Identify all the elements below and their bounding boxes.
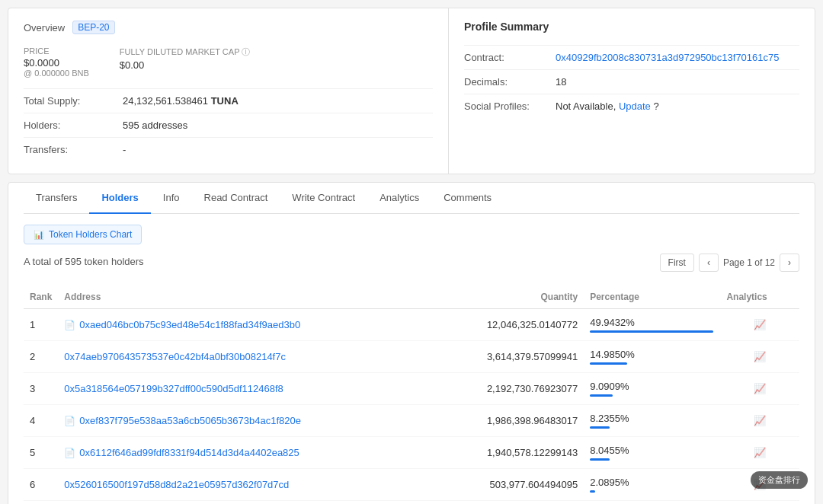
analytics-icon[interactable]: 📈 <box>754 383 766 394</box>
analytics-icon[interactable]: 📈 <box>754 415 766 426</box>
percentage-header: Percentage <box>584 285 720 309</box>
tab-analytics[interactable]: Analytics <box>367 183 431 214</box>
analytics-header: Analytics <box>720 285 799 309</box>
decimals-label: Decimals: <box>464 76 556 88</box>
page-info: Page 1 of 12 <box>723 257 775 268</box>
address-header: Address <box>58 285 430 309</box>
percentage-bar <box>590 490 595 493</box>
tab-transfers[interactable]: Transfers <box>24 183 89 214</box>
address-cell: 0x5a318564e057199b327dff00c590d5df112468… <box>58 373 430 405</box>
profile-summary-title: Profile Summary <box>464 21 799 33</box>
market-cap-question-icon[interactable]: ⓘ <box>242 47 250 56</box>
transfers-value: - <box>123 144 126 155</box>
transfers-label: Transfers: <box>24 144 123 155</box>
address-link[interactable]: 📄 0x6112f646ad99fdf8331f94d514d3d4a4402e… <box>64 447 424 458</box>
address-link[interactable]: 0x74aeb970643573537e0c42bf4a0bf30b08214f… <box>64 351 424 362</box>
percentage-cell: 14.9850% <box>584 341 720 373</box>
percentage-text: 49.9432% <box>590 317 714 328</box>
analytics-cell[interactable]: 📈 <box>720 437 799 469</box>
table-row: 4 📄 0xef837f795e538aa53a6cb5065b3673b4ac… <box>24 405 799 437</box>
social-profiles-value: Not Available, Update ? <box>556 100 659 112</box>
holders-value: 595 addresses <box>123 120 187 131</box>
chart-icon: 📊 <box>34 230 44 240</box>
tab-comments[interactable]: Comments <box>431 183 504 214</box>
percentage-bar <box>590 394 612 397</box>
analytics-cell[interactable]: 📈 <box>720 405 799 437</box>
content-area: 📊 Token Holders Chart A total of 595 tok… <box>24 214 799 504</box>
percentage-cell: 2.0895% <box>584 469 720 501</box>
percentage-bar <box>590 330 713 333</box>
first-page-button[interactable]: First <box>660 254 694 272</box>
percentage-cell: 9.0909% <box>584 373 720 405</box>
address-cell: 0x526016500f197d58d8d2a21e05957d362f07d7… <box>58 469 430 501</box>
tabs-section: Transfers Holders Info Read Contract Wri… <box>8 182 815 504</box>
total-supply-row: Total Supply: 24,132,561.538461 TUNA <box>24 88 433 113</box>
bep20-badge: BEP-20 <box>72 21 114 34</box>
percentage-cell: 49.9432% <box>584 309 720 341</box>
tab-read-contract[interactable]: Read Contract <box>192 183 280 214</box>
contract-row: Contract: 0x40929fb2008c830731a3d972950b… <box>464 45 799 69</box>
transfers-row: Transfers: - <box>24 137 433 161</box>
quantity-cell: 1,940,578.12299143 <box>430 437 584 469</box>
contract-label: Contract: <box>464 52 556 63</box>
quantity-cell: 1,986,398.96483017 <box>430 405 584 437</box>
percentage-bar <box>590 426 610 429</box>
tab-write-contract[interactable]: Write Contract <box>280 183 367 214</box>
pagination-bar: First ‹ Page 1 of 12 › <box>660 254 799 272</box>
right-panel: Profile Summary Contract: 0x40929fb2008c… <box>449 8 815 174</box>
address-cell: 0x74aeb970643573537e0c42bf4a0bf30b08214f… <box>58 341 430 373</box>
address-link[interactable]: 📄 0xaed046bc0b75c93ed48e54c1f88fad34f9ae… <box>64 319 424 330</box>
total-supply-label: Total Supply: <box>24 95 123 107</box>
market-cap-value: $0.00 <box>120 59 251 71</box>
rank-cell: 6 <box>24 469 58 501</box>
total-supply-value: 24,132,561.538461 TUNA <box>123 95 239 107</box>
left-panel: Overview BEP-20 PRICE $0.0000 @ 0.000000… <box>8 8 449 174</box>
social-update-link[interactable]: Update <box>619 100 651 112</box>
table-row: 3 0x5a318564e057199b327dff00c590d5df1124… <box>24 373 799 405</box>
watermark: 资金盘排行 <box>751 471 808 489</box>
contract-link[interactable]: 0x40929fb2008c830731a3d972950bc13f70161c… <box>556 52 780 63</box>
tab-info[interactable]: Info <box>151 183 192 214</box>
prev-page-button[interactable]: ‹ <box>699 254 719 272</box>
table-row: 1 📄 0xaed046bc0b75c93ed48e54c1f88fad34f9… <box>24 309 799 341</box>
analytics-cell[interactable]: 📈 <box>720 373 799 405</box>
price-label: PRICE <box>24 46 89 56</box>
chart-btn-label: Token Holders Chart <box>49 229 132 240</box>
holders-label: Holders: <box>24 120 123 131</box>
analytics-cell[interactable]: 📈 <box>720 309 799 341</box>
social-profiles-row: Social Profiles: Not Available, Update ? <box>464 94 799 118</box>
rank-header: Rank <box>24 285 58 309</box>
percentage-text: 9.0909% <box>590 381 714 392</box>
address-link[interactable]: 0x5a318564e057199b327dff00c590d5df112468… <box>64 383 424 394</box>
rank-cell: 3 <box>24 373 58 405</box>
analytics-cell[interactable]: 📈 <box>720 341 799 373</box>
table-row: 6 0x526016500f197d58d8d2a21e05957d362f07… <box>24 469 799 501</box>
market-cap-label: FULLY DILUTED MARKET CAP ⓘ <box>120 46 251 58</box>
percentage-cell: 8.2355% <box>584 405 720 437</box>
rank-cell: 5 <box>24 437 58 469</box>
address-link[interactable]: 0x526016500f197d58d8d2a21e05957d362f07d7… <box>64 479 424 490</box>
contract-value: 0x40929fb2008c830731a3d972950bc13f70161c… <box>556 52 780 63</box>
overview-label: Overview <box>24 22 65 33</box>
rank-cell: 1 <box>24 309 58 341</box>
tab-holders[interactable]: Holders <box>89 183 150 214</box>
price-sub: @ 0.000000 BNB <box>24 69 89 78</box>
address-link[interactable]: 📄 0xef837f795e538aa53a6cb5065b3673b4ac1f… <box>64 415 424 426</box>
percentage-text: 8.2355% <box>590 413 714 424</box>
table-row: 2 0x74aeb970643573537e0c42bf4a0bf30b0821… <box>24 341 799 373</box>
address-cell: 📄 0xef837f795e538aa53a6cb5065b3673b4ac1f… <box>58 405 430 437</box>
token-holders-chart-button[interactable]: 📊 Token Holders Chart <box>24 225 142 244</box>
quantity-header: Quantity <box>430 285 584 309</box>
quantity-cell: 503,977.604494095 <box>430 469 584 501</box>
next-page-button[interactable]: › <box>780 254 799 272</box>
analytics-icon[interactable]: 📈 <box>754 351 766 362</box>
analytics-icon[interactable]: 📈 <box>754 319 766 330</box>
price-value: $0.0000 <box>24 57 89 69</box>
address-cell: 📄 0x6112f646ad99fdf8331f94d514d3d4a4402e… <box>58 437 430 469</box>
quantity-cell: 12,046,325.0140772 <box>430 309 584 341</box>
percentage-text: 2.0895% <box>590 477 714 488</box>
price-block: PRICE $0.0000 @ 0.000000 BNB <box>24 46 89 78</box>
market-cap-block: FULLY DILUTED MARKET CAP ⓘ $0.00 <box>120 46 251 78</box>
decimals-row: Decimals: 18 <box>464 69 799 94</box>
analytics-icon[interactable]: 📈 <box>754 447 766 458</box>
